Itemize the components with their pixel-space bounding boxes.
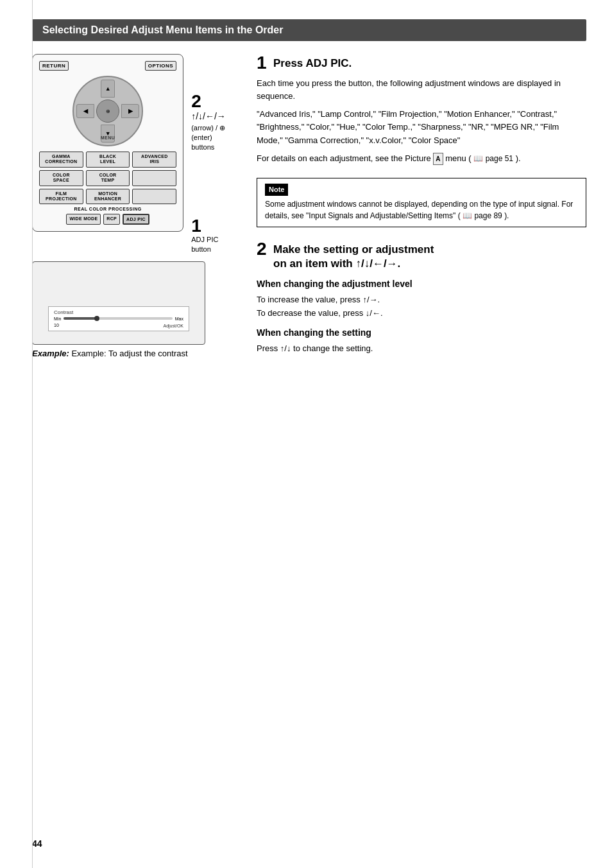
color-space-btn[interactable]: COLORSPACE: [39, 170, 83, 186]
adj-pic-btn[interactable]: ADJ PIC: [123, 214, 149, 225]
slider-value: 10: [54, 323, 59, 327]
example-caption: Example: Example: To adjust the contrast: [32, 349, 237, 358]
note-box: Note Some adjustment windows cannot be d…: [257, 178, 586, 227]
dpad-area: LENS RESET ▲ ▼ ◀ ▶ ⊕ MENU: [39, 76, 176, 146]
callout-step1-text: ADJ PIC button: [191, 235, 231, 255]
step1-page-ref: 📖 page 51: [473, 154, 513, 163]
step2-heading: 2 Make the setting or adjustment on an i…: [257, 240, 586, 271]
callout-step2-number: 2: [191, 92, 231, 110]
note-body: Some adjustment windows cannot be displa…: [265, 198, 578, 221]
remote-grid-buttons: GAMMACORRECTION BLACKLEVEL ADVANCEDIRIS …: [39, 152, 176, 204]
callout-step1-number: 1: [191, 217, 231, 235]
step1-block: 1 Press ADJ PIC. Each time you press the…: [257, 54, 586, 165]
remote-top-buttons: RETURN OPTIONS: [39, 61, 176, 71]
note-page-ref: 📖 page 89: [463, 211, 502, 220]
callout-step2-arrows: ↑/↓/←/→ (arrow) / ⊕ (enter) buttons: [191, 110, 231, 153]
right-column: 1 Press ADJ PIC. Each time you press the…: [257, 54, 586, 369]
step1-body: Each time you press the button, the foll…: [257, 77, 586, 165]
color-temp-btn[interactable]: COLORTEMP: [86, 170, 130, 186]
slider-track: [64, 317, 172, 320]
left-border-line: [32, 0, 33, 868]
step1-body3: For details on each adjustment, see the …: [257, 152, 586, 165]
remote-diagram-area: RETURN OPTIONS LENS RESET ▲ ▼: [32, 54, 231, 255]
dpad-center[interactable]: ⊕: [96, 100, 119, 123]
step2-sub1-body1: To increase the value, press ↑/→.: [257, 293, 586, 306]
example-box-container: Contrast Min Max 10 Adjust/OK: [32, 261, 237, 358]
real-color-label: REAL COLOR PROCESSING: [39, 207, 176, 211]
step2-block: 2 Make the setting or adjustment on an i…: [257, 240, 586, 356]
motion-enhancer-btn[interactable]: MOTIONENHANCER: [86, 189, 130, 205]
step2-sub1-body2: To decrease the value, press ↓/←.: [257, 307, 586, 320]
step1-body1: Each time you press the button, the foll…: [257, 77, 586, 103]
example-screen-device: Contrast Min Max 10 Adjust/OK: [32, 261, 205, 345]
remote-control-diagram: RETURN OPTIONS LENS RESET ▲ ▼: [32, 54, 183, 232]
step2-sub1-title: When changing the adjustment level: [257, 277, 586, 291]
note-label: Note: [265, 184, 578, 196]
return-button[interactable]: RETURN: [39, 61, 69, 71]
remote-bottom-row: WIDE MODE RCP ADJ PIC: [39, 214, 176, 225]
black-level-btn[interactable]: BLACKLEVEL: [86, 152, 130, 168]
slider-row: Min Max: [54, 317, 183, 321]
left-column: RETURN OPTIONS LENS RESET ▲ ▼: [32, 54, 237, 358]
slider-max-label: Max: [175, 317, 183, 321]
step2-number: 2: [257, 240, 268, 258]
picture-icon: A: [433, 153, 443, 166]
empty-btn-1: [132, 170, 176, 186]
step1-heading: 1 Press ADJ PIC.: [257, 54, 586, 72]
section-header: Selecting Desired Adjust Menu Items in t…: [32, 19, 586, 41]
screen-contrast-label: Contrast: [54, 309, 183, 315]
slider-min-label: Min: [54, 317, 61, 321]
wide-mode-btn[interactable]: WIDE MODE: [66, 214, 101, 225]
menu-label: MENU: [101, 135, 115, 140]
dpad-container: LENS RESET ▲ ▼ ◀ ▶ ⊕ MENU: [72, 76, 143, 146]
adjust-ok-label: Adjust/OK: [163, 324, 183, 328]
step1-callout: 1 ADJ PIC button: [191, 217, 231, 255]
gamma-correction-btn[interactable]: GAMMACORRECTION: [39, 152, 83, 168]
page-number: 44: [32, 838, 42, 849]
empty-btn-2: [132, 189, 176, 205]
options-button[interactable]: OPTIONS: [145, 61, 177, 71]
step2-title: Make the setting or adjustment on an ite…: [273, 243, 434, 271]
slider-thumb: [94, 316, 99, 321]
dpad-up[interactable]: ▲: [101, 80, 115, 98]
step2-sub2-body: Press ↑/↓ to change the setting.: [257, 342, 586, 355]
dpad-right[interactable]: ▶: [121, 104, 139, 118]
film-projection-btn[interactable]: FILMPROJECTION: [39, 189, 83, 205]
slider-fill: [64, 317, 96, 320]
advanced-iris-btn[interactable]: ADVANCEDIRIS: [132, 152, 176, 168]
step2-sub2-title: When changing the setting: [257, 326, 586, 340]
step1-title: Press ADJ PIC.: [273, 56, 352, 71]
contrast-adjustment-screen: Contrast Min Max 10 Adjust/OK: [48, 306, 189, 331]
note-label-box: Note: [265, 184, 288, 196]
step1-body2: "Advanced Iris," "Lamp Control," "Film P…: [257, 108, 586, 146]
step2-body: When changing the adjustment level To in…: [257, 277, 586, 356]
step2-callout: 2 ↑/↓/←/→ (arrow) / ⊕ (enter) buttons 1 …: [191, 92, 231, 255]
step1-number: 1: [257, 54, 268, 72]
rcp-btn[interactable]: RCP: [103, 214, 120, 225]
dpad-left[interactable]: ◀: [76, 104, 94, 118]
